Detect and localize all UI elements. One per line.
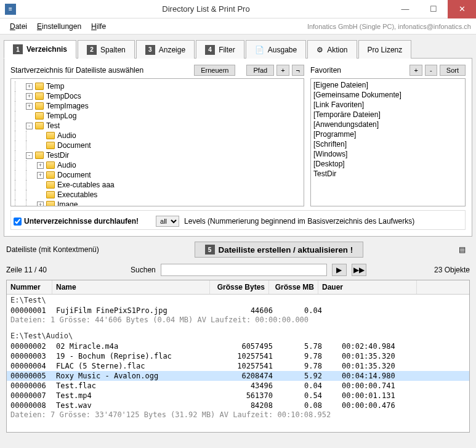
col-name[interactable]: Name (52, 280, 210, 294)
file-row[interactable]: 0000000319 - Bochum (Reprise).flac102575… (7, 351, 469, 361)
group-path: E:\Test\ (7, 295, 469, 306)
tree-node[interactable]: TempLog (12, 111, 302, 121)
favorite-item[interactable]: [Gemeinsame Dokumente] (313, 90, 462, 100)
license-info: Infonatics GmbH (Single PC), infonatics@… (307, 23, 471, 30)
path-button[interactable]: Pfad (246, 65, 274, 76)
favorite-item[interactable]: [Desktop] (313, 159, 462, 169)
collapse-icon[interactable]: - (26, 152, 33, 159)
file-row[interactable]: 00000001FujiFilm FinePixS1Pro.jpg446060.… (7, 306, 469, 316)
tree-node[interactable]: +Audio (12, 160, 302, 170)
favorite-item[interactable]: TestDir (313, 169, 462, 179)
group-path: E:\Test\Audio\ (7, 330, 469, 341)
expand-icon[interactable]: + (37, 202, 44, 207)
file-row[interactable]: 00000005Roxy Music - Avalon.ogg62084745.… (7, 371, 469, 381)
fav-plus-button[interactable]: + (409, 65, 422, 76)
menu-datei[interactable]: Datei (5, 20, 32, 33)
maximize-button[interactable]: ☐ (419, 0, 448, 18)
folder-icon (35, 83, 44, 90)
collapse-icon[interactable]: - (26, 123, 33, 129)
search-last-button[interactable]: ▶▶ (352, 264, 366, 276)
favorite-item[interactable]: [Schriften] (313, 139, 462, 149)
filelist-label: Dateiliste (mit Kontextmenü) (6, 245, 99, 254)
tree-node[interactable]: +Image (12, 200, 302, 206)
tab-aktion[interactable]: ⚙Aktion (307, 40, 357, 59)
favorite-item[interactable]: [Link Favoriten] (313, 100, 462, 110)
tree-node[interactable]: Audio (12, 131, 302, 141)
col-bytes[interactable]: Grösse Bytes (210, 280, 269, 294)
tab-ausgabe[interactable]: 📄Ausgabe (246, 40, 306, 59)
doc-icon: 📄 (255, 46, 264, 54)
file-row[interactable]: 00000008Test.wav842080.0800:00:00.476 (7, 401, 469, 410)
tree-node[interactable]: +Temp (12, 81, 302, 91)
object-count: 23 Objekte (434, 266, 470, 274)
tree-layout-icon[interactable]: ▤ (459, 245, 470, 254)
favorite-item[interactable]: [Eigene Dateien] (313, 80, 462, 90)
group-summary: Dateien: 7 Grösse: 33'470'125 Bytes (31.… (7, 410, 469, 425)
favorite-item[interactable]: [Anwendungsdaten] (313, 120, 462, 129)
tab-filter[interactable]: 4Filter (196, 40, 244, 59)
col-mb[interactable]: Grösse MB (269, 280, 318, 294)
tree-node[interactable]: +TempDocs (12, 91, 302, 101)
file-list-header[interactable]: Nummer Name Grösse Bytes Grösse MB Dauer (7, 280, 469, 295)
tree-node[interactable]: +TempImages (12, 101, 302, 111)
create-filelist-button[interactable]: 5 Dateiliste erstellen / aktualisieren ! (195, 242, 364, 258)
tab-pro-lizenz[interactable]: Pro Lizenz (358, 40, 412, 59)
tree-node[interactable]: Executables (12, 190, 302, 200)
search-input[interactable] (161, 264, 327, 276)
startdir-label: Startverzeichnis für Dateiliste auswähle… (10, 66, 192, 75)
search-label: Suchen (131, 266, 156, 274)
favorite-item[interactable]: [Temporäre Dateien] (313, 110, 462, 120)
tree-node[interactable]: -Test (12, 121, 302, 131)
tab-anzeige[interactable]: 3Anzeige (136, 40, 195, 59)
col-nummer[interactable]: Nummer (7, 280, 52, 294)
favorites-list[interactable]: [Eigene Dateien][Gemeinsame Dokumente][L… (310, 78, 466, 206)
expand-icon[interactable]: + (26, 103, 33, 110)
recurse-checkbox[interactable]: Unterverzeichnisse durchlaufen! (14, 217, 139, 226)
tree-node[interactable]: -TestDir (12, 150, 302, 160)
folder-icon (46, 132, 55, 139)
tree-node[interactable]: Document (12, 141, 302, 150)
favorites-label: Favoriten (310, 66, 407, 75)
titlebar: ≡ Directory List & Print Pro — ☐ ✕ (0, 0, 476, 18)
group-summary: Dateien: 1 Grösse: 44'606 Bytes (0.04 MB… (7, 316, 469, 330)
refresh-button[interactable]: Erneuern (194, 65, 235, 76)
directory-tree[interactable]: +Temp+TempDocs+TempImagesTempLog-TestAud… (10, 78, 304, 206)
subdir-options: Unterverzeichnisse durchlaufen! all Leve… (10, 210, 466, 230)
fav-minus-button[interactable]: - (425, 65, 437, 76)
path-not-button[interactable]: ¬ (292, 65, 304, 76)
search-next-button[interactable]: ▶ (332, 264, 347, 276)
file-row[interactable]: 00000007Test.mp45613700.5400:00:01.131 (7, 391, 469, 401)
tree-node[interactable]: +Document (12, 170, 302, 180)
file-row[interactable]: 0000000202 Miracle.m4a60574955.7800:02:4… (7, 341, 469, 351)
expand-icon[interactable]: + (37, 172, 44, 179)
expand-icon[interactable]: + (26, 83, 33, 90)
expand-icon[interactable]: + (37, 162, 44, 169)
col-dauer[interactable]: Dauer (318, 280, 417, 294)
folder-icon (35, 152, 44, 159)
tab-spalten[interactable]: 2Spalten (78, 40, 135, 59)
tab-content-verzeichnis: Startverzeichnis für Dateiliste auswähle… (4, 59, 472, 237)
tab-verzeichnis[interactable]: 1Verzeichnis (4, 40, 76, 59)
expand-icon[interactable]: + (26, 93, 33, 100)
file-list-body[interactable]: E:\Test\00000001FujiFilm FinePixS1Pro.jp… (7, 295, 469, 433)
fav-sort-button[interactable]: Sort (440, 65, 466, 76)
minimize-button[interactable]: — (391, 0, 419, 18)
line-info: Zeile 11 / 40 (6, 266, 47, 274)
file-row[interactable]: 00000006Test.flac434960.0400:00:00.741 (7, 381, 469, 391)
path-plus-button[interactable]: + (276, 65, 289, 76)
close-button[interactable]: ✕ (448, 0, 476, 18)
file-row[interactable]: 00000004FLAC (5 Sterne).flac102575419.78… (7, 361, 469, 371)
menubar: Datei Einstellungen Hilfe Infonatics Gmb… (0, 18, 476, 35)
folder-icon (46, 191, 55, 198)
folder-icon (46, 142, 55, 149)
file-list: Nummer Name Grösse Bytes Grösse MB Dauer… (6, 280, 470, 433)
menu-einstellungen[interactable]: Einstellungen (32, 20, 86, 33)
levels-select[interactable]: all (156, 216, 179, 227)
favorite-item[interactable]: [Programme] (313, 129, 462, 139)
levels-suffix: Levels (Nummerierung beginnend im Basisv… (184, 217, 414, 226)
tree-node[interactable]: Exe-cutables aaa (12, 180, 302, 190)
favorite-item[interactable]: [Windows] (313, 149, 462, 159)
folder-icon (46, 181, 55, 189)
menu-hilfe[interactable]: Hilfe (86, 20, 111, 33)
tab-strip: 1Verzeichnis2Spalten3Anzeige4Filter📄Ausg… (4, 39, 472, 59)
